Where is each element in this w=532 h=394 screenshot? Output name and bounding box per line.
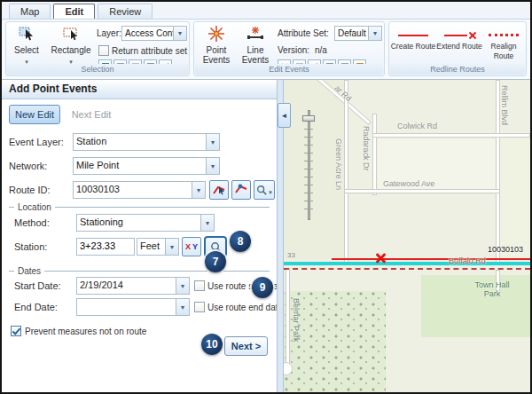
route-id-combo[interactable]: 10030103: [73, 181, 206, 199]
rellim-blvd-label: Rellim Blvd: [500, 85, 509, 125]
measure-label: 33: [287, 251, 295, 259]
redline-route-line: [332, 258, 530, 260]
select-cursor-icon: [18, 25, 35, 44]
map-zoom-slider[interactable]: [301, 105, 316, 225]
return-attribute-set-label: Return attribute set: [112, 46, 187, 56]
route-cursor-icon: [212, 183, 226, 197]
ribbon-group-redline-routes: Create Route Extend Route Realign Route …: [388, 21, 527, 76]
route-point-icon: [234, 183, 248, 197]
line-events-button[interactable]: Line Events: [237, 25, 274, 65]
network-dropdown[interactable]: Mile Point: [73, 157, 220, 175]
route-x-marker: [374, 252, 387, 264]
network-dropdown-arrow-icon[interactable]: [206, 158, 219, 174]
route-search-caret-icon: [269, 182, 272, 198]
map-view[interactable]: ar Rd Colwick Rd Rellim Blvd Green Acre …: [284, 80, 530, 392]
station-label: Station:: [14, 241, 47, 252]
version-label: Version:: [278, 45, 309, 55]
zoom-slider-handle[interactable]: [302, 115, 315, 122]
ribbon: Select Rectangle Layer: Access Control R…: [2, 20, 530, 80]
belmar-park-road: [286, 268, 290, 366]
return-attribute-set-checkbox[interactable]: [98, 45, 109, 56]
use-route-end-date-checkbox[interactable]: [194, 302, 205, 312]
method-dropdown-arrow-icon[interactable]: [200, 215, 214, 231]
callout-10: 10: [201, 334, 223, 355]
location-group-header: Location: [9, 202, 270, 212]
town-hall-park-label: Town Hall Park: [461, 280, 523, 298]
route-dashed-line: [284, 268, 530, 270]
extend-route-button[interactable]: Extend Route: [437, 26, 481, 51]
prevent-measures-label: Prevent measures not on route: [25, 327, 146, 336]
tab-review[interactable]: Review: [98, 4, 153, 19]
realign-route-button[interactable]: Realign Route: [483, 26, 524, 61]
start-date-picker[interactable]: 2/19/2014: [76, 277, 190, 295]
attribute-set-dropdown-arrow-icon[interactable]: [368, 27, 381, 40]
select-button[interactable]: Select: [8, 25, 45, 66]
tab-edit[interactable]: Edit: [53, 4, 95, 19]
belmar-park-label: Belmar Park: [292, 298, 301, 343]
layer-dropdown[interactable]: Access Control: [121, 26, 187, 41]
method-label: Method:: [14, 217, 50, 228]
route-search-dropdown-button[interactable]: [254, 180, 275, 200]
event-layer-dropdown[interactable]: Station: [73, 133, 220, 151]
redline-routes-group-label: Redline Routes: [390, 64, 525, 75]
edit-events-group-label: Edit Events: [195, 64, 383, 75]
next-edit-button[interactable]: Next Edit: [66, 105, 117, 124]
app-window: Map Edit Review Select Rectangle Layer:: [0, 0, 532, 394]
point-event-burst-icon: [207, 25, 225, 44]
event-layer-dropdown-arrow-icon[interactable]: [206, 134, 219, 150]
panel-title: Add Point Events: [2, 80, 97, 98]
zoom-slider-track: [308, 110, 310, 220]
network-label: Network:: [9, 161, 47, 171]
select-route-on-map-button[interactable]: [209, 180, 229, 200]
create-route-button[interactable]: Create Route: [391, 26, 435, 51]
start-date-label: Start Date:: [14, 280, 61, 291]
dates-group-header: Dates: [9, 266, 270, 276]
attribute-set-dropdown[interactable]: Default: [334, 26, 382, 41]
new-edit-button[interactable]: New Edit: [9, 105, 60, 124]
method-dropdown[interactable]: Stationing: [76, 214, 215, 232]
callout-8: 8: [230, 231, 251, 252]
rectangle-select-icon: [62, 25, 80, 44]
route-id-dropdown-arrow-icon[interactable]: [192, 182, 205, 198]
magnifier-icon: [256, 185, 267, 195]
colwick-rd-label: Colwick Rd: [397, 122, 437, 130]
tab-map[interactable]: Map: [9, 4, 51, 19]
ribbon-group-selection: Select Rectangle Layer: Access Control R…: [5, 21, 190, 76]
callout-7: 7: [205, 251, 226, 272]
units-dropdown[interactable]: Feet: [137, 238, 179, 256]
prevent-measures-checkbox[interactable]: [11, 326, 21, 336]
select-route-from-selection-button[interactable]: [231, 180, 251, 200]
xy-coordinates-button[interactable]: XY: [182, 237, 201, 256]
point-events-button[interactable]: Point Events: [198, 25, 235, 65]
rectangle-select-button[interactable]: Rectangle: [47, 25, 95, 66]
attribute-set-label: Attribute Set:: [278, 28, 329, 38]
extend-route-line-icon: [443, 30, 475, 41]
end-date-picker[interactable]: [76, 298, 190, 316]
gatewood-ave-road: [344, 189, 500, 193]
route-selection-highlight: [284, 262, 530, 265]
panel-header: Add Point Events: [2, 80, 277, 99]
ribbon-tab-bar: Map Edit Review: [2, 2, 530, 20]
line-event-icon: [246, 25, 264, 44]
ribbon-group-edit-events: Point Events Line Events Attribute Set: …: [193, 21, 385, 76]
start-date-dropdown-arrow-icon[interactable]: [176, 278, 189, 294]
route-number-label: 10030103: [488, 245, 523, 254]
collapse-panel-button[interactable]: [278, 103, 291, 128]
green-acre-ln-label: Green Acre Ln: [334, 138, 343, 190]
map-block: [501, 139, 530, 259]
callout-9: 9: [252, 277, 273, 298]
use-route-end-date-label: Use route end date: [207, 303, 283, 312]
station-input[interactable]: 3+23.33: [76, 238, 135, 256]
end-date-dropdown-arrow-icon[interactable]: [176, 299, 189, 315]
radarack-dr-road: [372, 114, 377, 195]
use-route-start-date-label: Use route start date: [207, 281, 286, 291]
route-id-label: Route ID:: [9, 185, 50, 195]
colwick-rd-road: [372, 133, 530, 138]
units-dropdown-arrow-icon[interactable]: [165, 239, 178, 255]
next-button[interactable]: Next >: [224, 336, 268, 356]
realign-route-dashed-icon: [488, 30, 520, 41]
layer-dropdown-arrow-icon[interactable]: [173, 27, 186, 40]
create-route-line-icon: [397, 30, 429, 41]
use-route-start-date-checkbox[interactable]: [194, 280, 205, 291]
end-date-label: End Date:: [14, 302, 58, 312]
